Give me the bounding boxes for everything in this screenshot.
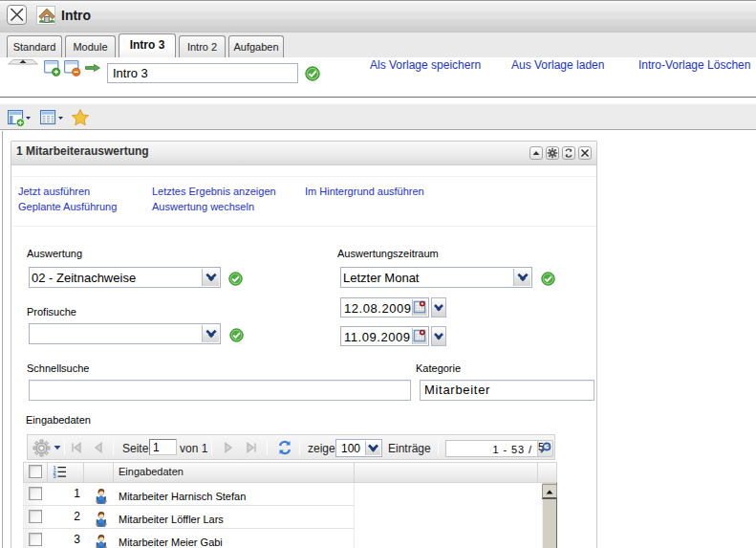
svg-text:3: 3 — [54, 473, 56, 479]
